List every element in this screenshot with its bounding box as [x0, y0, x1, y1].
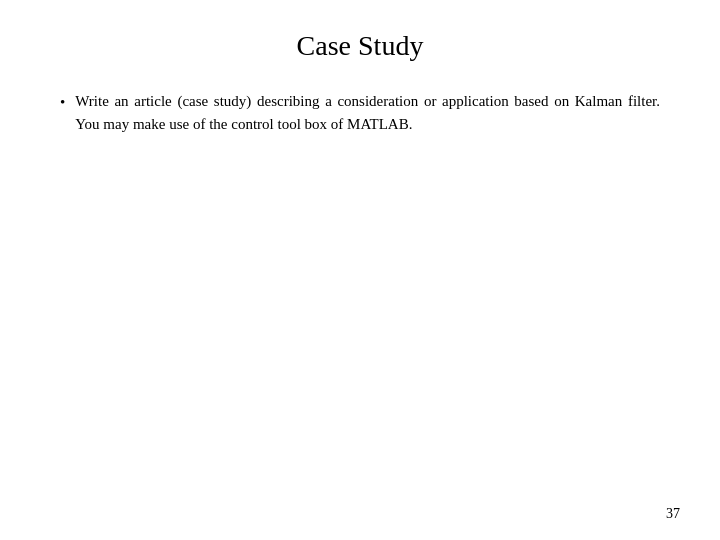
bullet-text: Write an article (case study) describing… — [75, 90, 660, 137]
slide-content: • Write an article (case study) describi… — [50, 90, 670, 137]
page-number: 37 — [666, 506, 680, 522]
slide-title: Case Study — [50, 30, 670, 62]
bullet-dot: • — [60, 91, 65, 114]
slide-container: Case Study • Write an article (case stud… — [0, 0, 720, 540]
bullet-item: • Write an article (case study) describi… — [60, 90, 660, 137]
